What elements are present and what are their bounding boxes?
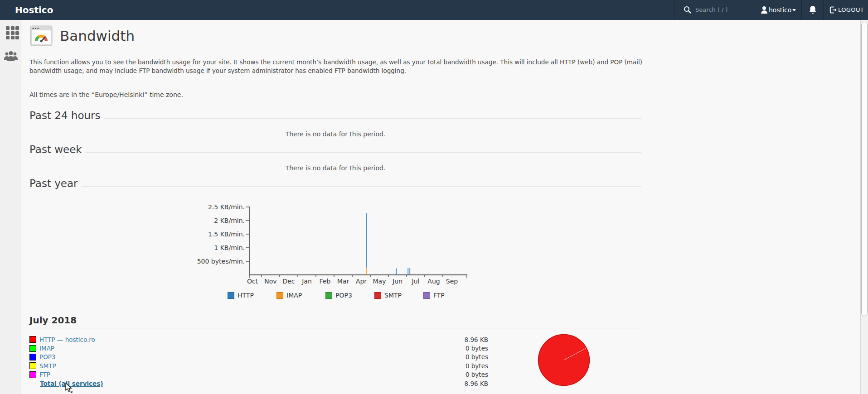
past-year-chart: 2.5 KB/min. 2 KB/min. 1.5 KB/min. 1 KB/m… [195,202,476,294]
no-data-message: There is no data for this period. [29,130,641,138]
header-divider [754,0,754,20]
search-input[interactable]: Search ( / ) [695,6,728,13]
brand-logo[interactable]: Hostico [15,0,53,20]
no-data-message: There is no data for this period. [29,164,641,172]
section-title: Past 24 hours [29,110,101,121]
legend-swatch-ftp [423,292,430,299]
x-axis-labels: Oct Nov Dec Jan Feb Mar Apr May Jun Jul … [247,278,458,285]
service-value: 0 bytes [466,371,488,378]
section-title: Past year [29,178,78,189]
notifications-bell-icon[interactable] [809,5,817,16]
header-divider [823,0,824,20]
legend-item: SMTP [374,292,423,299]
legend-swatch-smtp [374,292,381,299]
user-menu[interactable]: hostico [769,0,791,20]
svg-text:Apr: Apr [356,278,367,285]
table-row: HTTP — hostico.ro 8.96 KB [29,335,488,344]
service-link-ftp[interactable]: FTP [39,371,50,378]
top-navbar: Hostico Search ( / ) hostico LOGOUT [0,0,868,20]
svg-text:Mar: Mar [337,278,349,285]
section-past-24-hours: Past 24 hours [29,110,641,121]
service-swatch-smtp [29,362,36,369]
service-link-pop3[interactable]: POP3 [39,353,56,360]
timezone-note: All times are in the “Europe/Helsinki” t… [29,91,183,98]
service-swatch-http [29,336,36,343]
svg-text:1.5 KB/min.: 1.5 KB/min. [208,231,245,238]
service-value: 0 bytes [466,353,488,360]
total-value: 8.96 KB [465,380,488,387]
table-row-total: Total (all services) 8.96 KB [29,379,488,388]
svg-text:1 KB/min.: 1 KB/min. [214,244,245,251]
svg-text:Aug: Aug [427,278,440,285]
bandwidth-table: HTTP — hostico.ro 8.96 KB IMAP 0 bytes P… [29,335,488,388]
svg-text:Jan: Jan [301,278,312,285]
table-row: FTP 0 bytes [29,370,488,379]
logout-icon[interactable] [829,6,837,15]
y-axis-labels: 2.5 KB/min. 2 KB/min. 1.5 KB/min. 1 KB/m… [197,203,245,265]
service-value: 8.96 KB [465,336,488,343]
svg-text:Oct: Oct [247,278,258,285]
left-sidebar [0,20,21,394]
axis-ticks [246,207,467,278]
section-past-week: Past week [29,144,641,155]
table-row: POP3 0 bytes [29,353,488,361]
service-swatch-imap [29,345,36,352]
table-row: IMAP 0 bytes [29,344,488,352]
svg-text:Jun: Jun [392,278,402,285]
svg-text:500 bytes/min.: 500 bytes/min. [197,258,245,265]
month-section-title: July 2018 [29,315,77,326]
section-past-year: Past year [29,178,641,189]
scrollbar-thumb[interactable] [861,22,868,316]
legend-swatch-http [228,292,234,299]
svg-text:Dec: Dec [282,278,295,285]
chevron-down-icon[interactable] [792,9,796,11]
service-link-http[interactable]: HTTP — hostico.ro [39,336,95,343]
bandwidth-spikes [366,213,410,275]
svg-text:Nov: Nov [264,278,276,285]
vertical-scrollbar[interactable] [860,20,868,394]
legend-item: IMAP [276,292,325,299]
title-divider [29,50,641,50]
service-link-smtp[interactable]: SMTP [39,362,56,370]
legend-swatch-imap [276,292,283,299]
service-value: 0 bytes [466,362,488,370]
service-swatch-ftp [29,371,36,378]
july-usage-pie-chart [538,334,590,386]
service-link-imap[interactable]: IMAP [39,345,54,352]
legend-item: FTP [423,292,472,299]
chart-legend: HTTP IMAP POP3 SMTP FTP [228,292,472,299]
svg-text:2 KB/min.: 2 KB/min. [214,217,245,224]
service-swatch-pop3 [29,354,36,360]
service-value: 0 bytes [466,345,488,352]
header-divider [801,0,802,20]
legend-swatch-pop3 [325,292,332,299]
page-header: Bandwidth [30,25,135,46]
page-description: This function allows you to see the band… [29,58,669,75]
user-icon [761,6,768,15]
section-title: Past week [29,144,82,155]
legend-item: POP3 [325,292,374,299]
table-row: SMTP 0 bytes [29,361,488,370]
apps-grid-icon[interactable] [6,26,19,39]
bandwidth-app-icon [30,25,53,46]
header-divider [674,0,674,20]
svg-text:2.5 KB/min.: 2.5 KB/min. [208,203,245,211]
svg-text:May: May [373,278,386,285]
search-icon[interactable] [684,6,691,15]
logout-button[interactable]: LOGOUT [838,0,864,20]
legend-item: HTTP [228,292,276,299]
month-section-divider [29,328,641,328]
page-title: Bandwidth [60,28,135,44]
svg-text:Sep: Sep [446,278,458,285]
users-group-icon[interactable] [3,49,19,65]
mouse-cursor [65,383,73,394]
svg-text:Jul: Jul [412,278,420,285]
svg-text:Feb: Feb [320,278,331,285]
